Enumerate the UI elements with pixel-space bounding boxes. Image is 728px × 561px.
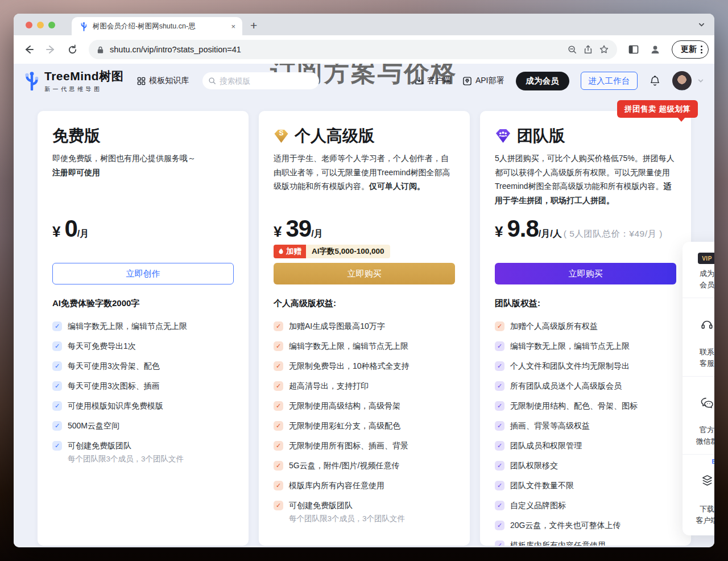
search-input[interactable] [220,77,305,85]
nav-template-library[interactable]: 模板知识库 [137,76,189,86]
side-panel-icon[interactable] [624,40,643,59]
check-icon: ✓ [495,321,504,331]
url-text[interactable]: shutu.cn/vip/intro?stats_position=41 [110,45,561,54]
feature-item: ✓无限制免费导出，10种格式全支持 [274,361,455,371]
close-window-button[interactable] [26,22,32,28]
check-icon: ✓ [274,481,283,490]
check-icon: ✓ [274,501,283,510]
back-icon[interactable] [19,40,39,59]
feature-text: 无限制使用高级结构，高级骨架 [289,401,400,411]
grid-icon [137,77,146,85]
reload-icon[interactable] [63,40,82,59]
user-avatar[interactable] [672,71,692,90]
feature-text: 超高清导出，支持打印 [289,381,369,391]
check-icon: ✓ [52,401,62,411]
menu-kebab-icon[interactable] [701,46,702,53]
feature-subtext: 每个团队限3个成员，3个团队文件 [68,454,184,464]
brand-name: TreeMind [44,69,99,82]
address-bar[interactable]: shutu.cn/vip/intro?stats_position=41 [89,40,617,59]
avatar-chevron-icon[interactable] [697,77,704,84]
plan-description: 即使免费版，树图也有用心提供服务哦～ [52,154,196,163]
feature-list: ✓加赠AI生成导图最高10万字✓编辑字数无上限，编辑节点无上限✓无限制免费导出，… [274,321,455,523]
feature-item: ✓每天可免费导出1次 [52,341,234,351]
minimize-window-button[interactable] [37,22,44,28]
feature-item: ✓无限制使用高级结构，高级骨架 [274,401,455,411]
download-client[interactable]: BETA 下载 客户端 [682,454,714,533]
buy-now-button[interactable]: 立即购买 [274,263,455,284]
bonus-text: AI字数5,000-100,000 [306,245,390,258]
new-tab-button[interactable]: + [250,18,257,34]
contact-support[interactable]: 联系 客服 [682,298,714,376]
notification-bell-icon[interactable] [649,75,661,87]
feature-item: ✓每天可使用3次图标、插画 [52,381,234,391]
feature-item: ✓编辑字数无上限，编辑节点无上限 [274,341,455,351]
beta-badge: BETA [712,457,714,466]
check-icon: ✓ [495,501,504,510]
treemind-logo[interactable]: TreeMind树图 新一代思维导图 [24,68,123,93]
check-icon: ✓ [274,361,283,371]
api-label: API部署 [475,76,504,86]
buy-now-button[interactable]: 立即购买 [495,263,676,284]
check-icon: ✓ [495,481,504,490]
feature-text: 模版库内所有内容任意使用 [289,481,384,490]
check-icon: ✓ [52,381,62,391]
api-deploy-link[interactable]: API部署 [462,76,504,86]
feature-text: 团队权限移交 [510,461,558,471]
group-buy-ribbon: 拼团售卖 超级划算 [617,100,698,118]
browser-toolbar: shutu.cn/vip/intro?stats_position=41 更新 [14,35,714,64]
client-label: 客户端 [427,76,451,86]
feature-item: ✓自定义品牌图标 [495,501,676,510]
feature-text: 5G云盘，附件/图片/视频任意传 [289,461,399,471]
tab-title: 树图会员介绍-树图网shutu.cn-思 [93,22,225,31]
plan-price: ¥39/月 [274,208,455,242]
check-icon: ✓ [52,321,62,331]
profile-icon[interactable] [646,40,665,59]
features-title: 个人高级版权益: [274,298,455,309]
check-icon: ✓ [52,441,62,451]
feature-item: ✓模版库内所有内容任意使用 [274,481,455,490]
feature-text: 编辑字数无上限，编辑节点无上限 [510,341,630,351]
feature-item: ✓无限制使用结构、配色、骨架、图标 [495,401,676,411]
feature-item: ✓超高清导出，支持打印 [274,381,455,391]
check-icon: ✓ [495,541,504,546]
check-icon: ✓ [495,461,504,471]
plan-card-free: 免费版 即使免费版，树图也有用心提供服务哦～ 注册即可使用 ¥0/月 立即创作 … [38,111,249,546]
update-label: 更新 [681,44,697,55]
wechat-icon [700,385,714,420]
zoom-out-icon[interactable] [567,44,577,55]
feature-item: ✓模板库内所有内容任意使用 [495,541,676,546]
create-now-button[interactable]: 立即创作 [52,263,234,284]
plan-name: 团队版 [517,125,565,147]
check-icon: ✓ [495,361,504,371]
tab-close-icon[interactable]: × [230,22,237,31]
headset-icon [700,307,714,343]
tab-strip: 树图会员介绍-树图网shutu.cn-思 × + [14,14,714,35]
feature-text: 团队成员和权限管理 [510,441,582,451]
search-icon [208,77,216,85]
window-controls[interactable] [26,22,55,28]
vip-become-member[interactable]: VIP 成为 会员 [682,244,714,298]
forward-icon[interactable] [41,40,60,59]
chrome-update-button[interactable]: 更新 [672,40,709,59]
zoom-window-button[interactable] [48,22,55,28]
bookmark-star-icon[interactable] [599,44,609,55]
download-icon [415,76,424,85]
enter-workspace-button[interactable]: 进入工作台 [581,72,638,90]
check-icon: ✓ [274,441,283,451]
feature-item: ✓团队权限移交 [495,461,676,471]
template-library-label: 模板知识库 [149,76,189,86]
feature-item: ✓所有团队成员送个人高级版会员 [495,381,676,391]
tree-logo-icon [24,71,40,90]
feature-list: ✓编辑字数无上限，编辑节点无上限✓每天可免费导出1次✓每天可使用3次骨架、配色✓… [52,321,234,464]
feature-text: 模板库内所有内容任意使用 [510,541,606,546]
plan-name: 免费版 [52,125,100,147]
browser-tab[interactable]: 树图会员介绍-树图网shutu.cn-思 × [72,17,242,35]
download-label: 下载 客户端 [696,504,715,526]
client-download-link[interactable]: 客户端 [415,76,451,86]
become-member-button[interactable]: 成为会员 [516,72,569,90]
tab-search-chevron-icon[interactable] [698,21,705,28]
share-icon[interactable] [583,44,593,55]
template-search[interactable] [202,72,319,89]
official-wechat-group[interactable]: 官方 微信群 [682,376,714,454]
contact-label: 联系 客服 [700,346,714,369]
